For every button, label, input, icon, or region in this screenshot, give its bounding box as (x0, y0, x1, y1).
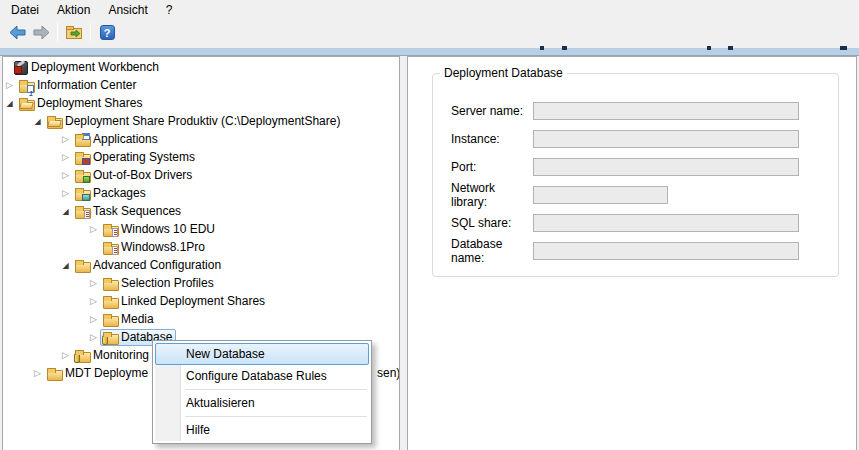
open-folder-icon (18, 95, 34, 111)
folder-icon (102, 275, 118, 291)
tree-item-deployment-share-produktiv[interactable]: Deployment Share Produktiv (C:\Deploymen… (3, 112, 399, 130)
menu-item-ansicht[interactable]: Ansicht (99, 1, 156, 19)
folder-export-icon (65, 24, 83, 40)
instance-input (533, 130, 799, 148)
applications-folder-icon (74, 131, 90, 147)
help-button[interactable]: ? (96, 21, 118, 43)
tree-item-label: Applications (93, 130, 158, 148)
toolbar-separator (90, 23, 91, 41)
clipped-ui-artifact (840, 46, 847, 50)
expander-icon[interactable] (59, 184, 72, 202)
tree-item-windows-10-edu[interactable]: Windows 10 EDU (3, 220, 399, 238)
context-menu-separator (185, 389, 367, 390)
clipped-ui-artifact (728, 46, 733, 50)
info-folder-icon (18, 77, 34, 93)
tree-item-label: Windows8.1Pro (121, 238, 205, 256)
tree-item-label: Deployment Shares (37, 94, 142, 112)
sql-share-label: SQL share: (451, 216, 533, 230)
clipped-ui-artifact (562, 46, 567, 50)
tree-item-selection-profiles[interactable]: Selection Profiles (3, 274, 399, 292)
database-name-input (533, 242, 799, 260)
tree-item-label: Deployment Share Produktiv (C:\Deploymen… (65, 112, 340, 130)
expander-icon[interactable] (59, 202, 72, 221)
groupbox-title: Deployment Database (440, 66, 567, 80)
tree-item-windows81pro[interactable]: Windows8.1Pro (3, 238, 399, 256)
monitoring-folder-icon (74, 347, 90, 363)
clipped-ui-artifact (707, 46, 711, 50)
expander-icon[interactable] (59, 346, 72, 364)
menu-item-hilfe[interactable]: ? (157, 1, 182, 19)
tree-item-label: Monitoring (93, 346, 149, 364)
tree-item-deployment-shares[interactable]: Deployment Shares (3, 94, 399, 112)
expander-icon[interactable] (87, 220, 100, 238)
toolbar-separator (57, 23, 58, 41)
toolbar: ? (0, 19, 859, 45)
tree-item-deployment-workbench[interactable]: Deployment Workbench (3, 58, 399, 76)
folder-icon (74, 257, 90, 273)
tree-item-label: Windows 10 EDU (121, 220, 215, 238)
clipped-ui-artifact (540, 46, 544, 50)
tree-item-label: Operating Systems (93, 148, 195, 166)
context-menu-item-configure-database-rules[interactable]: Configure Database Rules (155, 365, 369, 387)
context-menu-separator (185, 416, 367, 417)
tree-item-label: Deployment Workbench (31, 58, 159, 76)
forward-button[interactable] (30, 21, 52, 43)
sql-share-input (533, 214, 799, 232)
expander-icon[interactable] (3, 76, 16, 94)
tree-item-out-of-box-drivers[interactable]: Out-of-Box Drivers (3, 166, 399, 184)
tree-item-packages[interactable]: Packages (3, 184, 399, 202)
tree-item-label: Task Sequences (93, 202, 181, 220)
expander-icon[interactable] (87, 328, 100, 346)
context-menu-item-aktualisieren[interactable]: Aktualisieren (155, 392, 369, 414)
context-menu: New Database Configure Database Rules Ak… (152, 340, 372, 444)
expander-icon[interactable] (87, 274, 100, 292)
expander-icon[interactable] (87, 292, 100, 310)
tree-item-operating-systems[interactable]: Operating Systems (3, 148, 399, 166)
expander-icon[interactable] (59, 166, 72, 184)
tree-item-label: Packages (93, 184, 146, 202)
tree-item-label: Out-of-Box Drivers (93, 166, 192, 184)
context-menu-item-new-database[interactable]: New Database (155, 343, 369, 365)
tree-item-label: Selection Profiles (121, 274, 214, 292)
expander-icon[interactable] (3, 94, 16, 113)
database-name-label: Database name: (451, 237, 533, 265)
packages-folder-icon (74, 185, 90, 201)
tree-item-task-sequences[interactable]: Task Sequences (3, 202, 399, 220)
task-sequence-folder-icon (102, 221, 118, 237)
expander-icon[interactable] (59, 148, 72, 166)
tree-item-applications[interactable]: Applications (3, 130, 399, 148)
task-sequence-folder-icon (102, 239, 118, 255)
expander-icon[interactable] (31, 112, 44, 131)
server-name-input (533, 102, 799, 120)
expander-icon[interactable] (59, 256, 72, 275)
expander-icon[interactable] (31, 364, 44, 382)
open-folder-icon (46, 113, 62, 129)
tree-item-advanced-configuration[interactable]: Advanced Configuration (3, 256, 399, 274)
deployment-workbench-window: { "menubar": { "items": [ { "label": "Da… (0, 0, 859, 450)
tree-item-information-center[interactable]: Information Center (3, 76, 399, 94)
expander-icon[interactable] (87, 310, 100, 328)
tree-item-label: MDT Deployme (65, 364, 148, 382)
network-library-label: Network library: (451, 181, 533, 209)
tree-item-label: Media (121, 310, 154, 328)
back-button[interactable] (6, 21, 28, 43)
expander-icon[interactable] (59, 130, 72, 148)
context-menu-item-hilfe[interactable]: Hilfe (155, 419, 369, 441)
tree-item-label-clipped: sen) (377, 364, 400, 382)
os-folder-icon (74, 149, 90, 165)
export-button[interactable] (63, 21, 85, 43)
forward-arrow-icon (33, 25, 50, 40)
menu-item-aktion[interactable]: Aktion (48, 1, 99, 19)
workbench-icon (12, 59, 28, 75)
tree-item-linked-deployment-shares[interactable]: Linked Deployment Shares (3, 292, 399, 310)
port-input (533, 158, 799, 176)
network-library-input (533, 186, 668, 204)
port-label: Port: (451, 160, 533, 174)
deployment-database-groupbox: Deployment Database Server name: Instanc… (432, 66, 839, 277)
tree-item-media[interactable]: Media (3, 310, 399, 328)
task-sequence-folder-icon (74, 203, 90, 219)
tree-item-label: Information Center (37, 76, 136, 94)
folder-icon (46, 365, 62, 381)
menu-item-datei[interactable]: Datei (2, 1, 48, 19)
folder-icon (102, 311, 118, 327)
